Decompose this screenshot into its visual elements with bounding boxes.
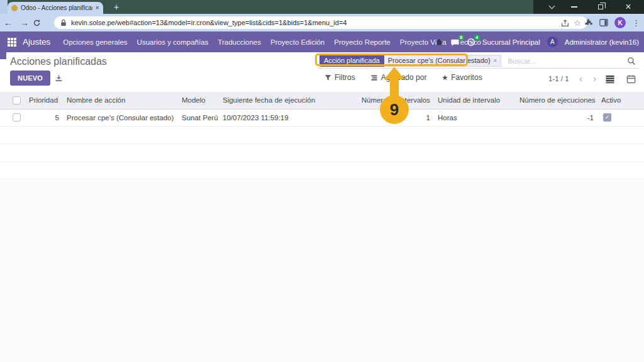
select-all-checkbox[interactable] xyxy=(13,96,21,105)
select-all-header[interactable] xyxy=(0,92,25,109)
export-download-icon[interactable] xyxy=(55,74,63,82)
menu-opciones-generales[interactable]: Opciones generales xyxy=(63,38,127,46)
groupby-layers-icon xyxy=(370,74,378,81)
cell-model[interactable]: Sunat Perú xyxy=(178,109,219,126)
facet-value: Procesar cpe's (Consular estado) xyxy=(388,56,491,65)
main-content: Acciones planificadas Acción planificada… xyxy=(0,52,644,362)
home-icon[interactable] xyxy=(435,38,443,46)
pager-next-icon[interactable]: › xyxy=(593,73,596,84)
empty-row xyxy=(0,161,644,179)
navbar-menu: Opciones generales Usuarios y compañías … xyxy=(63,38,481,46)
scheduled-actions-table: Prioridad Nombre de acción Modelo Siguie… xyxy=(0,92,644,179)
cell-next-date[interactable]: 10/07/2023 11:59:19 xyxy=(219,109,333,126)
table-header-row: Prioridad Nombre de acción Modelo Siguie… xyxy=(0,92,644,109)
col-siguiente-fecha[interactable]: Siguiente fecha de ejecución xyxy=(219,92,333,109)
user-menu[interactable]: Administrator (kevin16) xyxy=(565,38,639,46)
search-facet: Acción planificada Procesar cpe's (Consu… xyxy=(319,55,501,67)
row-checkbox[interactable] xyxy=(13,113,21,122)
search-icon[interactable] xyxy=(627,57,636,65)
pager-counter: 1-1 / 1 xyxy=(548,75,569,82)
page-title: Acciones planificadas xyxy=(10,56,107,67)
tab-title: Odoo - Acciones planificadas xyxy=(21,4,92,11)
menu-usuarios-companias[interactable]: Usuarios y compañías xyxy=(137,38,209,46)
share-icon[interactable] xyxy=(561,19,569,27)
side-panel-icon[interactable] xyxy=(599,18,608,27)
empty-row xyxy=(0,126,644,144)
table-row[interactable]: 5 Procesar cpe's (Consular estado) Sunat… xyxy=(0,109,644,126)
calendar-view-icon[interactable] xyxy=(626,74,636,84)
browser-menu-kebab-icon[interactable]: ⋮ xyxy=(632,18,640,28)
activities-clock-icon[interactable]: 4 xyxy=(467,38,475,47)
menu-proyecto-edicion[interactable]: Proyecto Edición xyxy=(270,38,325,46)
apps-grid-icon[interactable] xyxy=(8,38,16,47)
window-restore-button[interactable] xyxy=(591,0,610,14)
search-placeholder[interactable]: Buscar... xyxy=(508,57,536,65)
address-bar[interactable]: kevin.solse.pe/web#action=13&model=ir.cr… xyxy=(54,16,587,29)
col-nombre[interactable]: Nombre de acción xyxy=(63,92,178,109)
empty-area xyxy=(0,182,644,362)
list-view-icon[interactable] xyxy=(605,74,615,84)
messages-badge: 8 xyxy=(458,35,464,40)
window-menu-chevron-icon[interactable] xyxy=(542,0,561,14)
favorites-button[interactable]: ★ Favoritos xyxy=(441,73,482,82)
tab-close-icon[interactable]: × xyxy=(96,4,99,11)
new-tab-button[interactable]: + xyxy=(111,1,122,13)
browser-toolbar: ← → kevin.solse.pe/web#action=13&model=i… xyxy=(0,14,644,31)
browser-profile-avatar[interactable]: K xyxy=(614,17,626,28)
favorites-star-icon: ★ xyxy=(441,74,448,82)
browser-tab[interactable]: Odoo - Acciones planificadas × xyxy=(8,2,103,14)
window-left-edge xyxy=(0,0,8,14)
forward-button[interactable]: → xyxy=(16,18,33,27)
annotation-step-badge: 9 xyxy=(380,95,409,124)
menu-proyecto-reporte[interactable]: Proyecto Reporte xyxy=(334,38,391,46)
col-unidad-intervalo[interactable]: Unidad de intervalo xyxy=(434,92,516,109)
tab-favicon-icon xyxy=(11,5,18,11)
user-avatar[interactable]: A xyxy=(547,37,558,47)
window-close-button[interactable]: × xyxy=(619,0,638,14)
col-prioridad[interactable]: Prioridad xyxy=(25,92,63,109)
cell-priority[interactable]: 5 xyxy=(25,109,63,126)
navbar-corner-fragment xyxy=(0,52,6,59)
menu-traducciones[interactable]: Traducciones xyxy=(218,38,261,46)
app-name[interactable]: Ajustes xyxy=(23,37,50,47)
browser-tab-strip: Odoo - Acciones planificadas × + × xyxy=(0,0,644,14)
empty-row xyxy=(0,144,644,161)
extensions-puzzle-icon[interactable] xyxy=(584,18,593,27)
odoo-navbar: Ajustes Opciones generales Usuarios y co… xyxy=(0,31,644,52)
company-selector[interactable]: Sucursal Principal xyxy=(482,38,540,46)
url-text[interactable]: kevin.solse.pe/web#action=13&model=ir.cr… xyxy=(71,19,557,26)
back-button[interactable]: ← xyxy=(0,18,16,27)
col-modelo[interactable]: Modelo xyxy=(178,92,219,109)
filter-funnel-icon xyxy=(325,74,331,81)
search-bar[interactable]: Acción planificada Procesar cpe's (Consu… xyxy=(318,54,640,69)
activities-badge: 4 xyxy=(474,35,480,40)
messages-icon[interactable]: 8 xyxy=(450,38,460,47)
active-checkbox[interactable]: ✓ xyxy=(603,113,611,122)
facet-label: Acción planificada xyxy=(319,55,384,67)
lock-icon xyxy=(60,19,67,26)
cell-unit[interactable]: Horas xyxy=(434,109,516,126)
new-button[interactable]: NUEVO xyxy=(10,71,50,86)
pager-previous-icon[interactable]: ‹ xyxy=(579,73,582,84)
cell-executions[interactable]: -1 xyxy=(516,109,597,126)
window-minimize-button[interactable] xyxy=(565,0,584,14)
bookmark-star-icon[interactable]: ☆ xyxy=(574,19,581,27)
facet-remove-icon[interactable]: × xyxy=(494,56,497,65)
reload-button[interactable] xyxy=(33,19,49,27)
filters-button[interactable]: Filtros xyxy=(325,73,355,82)
col-numero-ejecuciones[interactable]: Número de ejecuciones xyxy=(516,92,597,109)
cell-name[interactable]: Procesar cpe's (Consular estado) xyxy=(63,109,178,126)
col-activo[interactable]: Activo xyxy=(597,92,644,109)
